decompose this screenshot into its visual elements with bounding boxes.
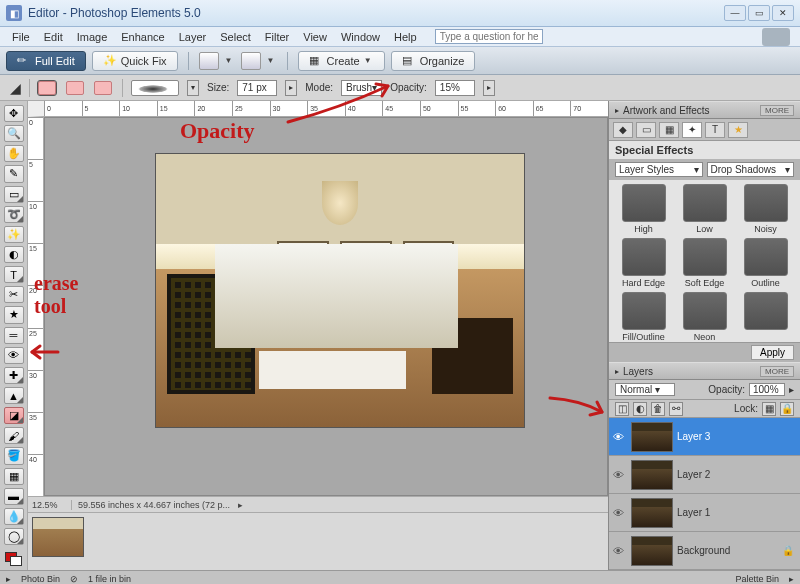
share-icon[interactable] [241, 52, 261, 70]
brush-preview[interactable] [131, 80, 179, 96]
layers-list: 👁Layer 3👁Layer 2👁Layer 1👁Background🔒 [609, 418, 800, 570]
move-tool[interactable]: ✥ [4, 105, 24, 122]
canvas-stage[interactable] [44, 117, 608, 496]
ae-tab-themes[interactable]: ▦ [659, 122, 679, 138]
artwork-effects-header[interactable]: ▸Artwork and Effects MORE [609, 101, 800, 119]
photo-bin-label[interactable]: Photo Bin [21, 574, 60, 584]
eraser-variant-1[interactable] [38, 81, 56, 95]
link-layers-button[interactable]: ⚯ [669, 402, 683, 416]
layers-more-button[interactable]: MORE [760, 366, 794, 377]
tab-quick-fix[interactable]: ✨Quick Fix [92, 51, 178, 71]
apply-button[interactable]: Apply [751, 345, 794, 360]
effect-noisy[interactable]: Noisy [737, 184, 794, 234]
marquee-tool[interactable]: ▭ [4, 186, 24, 203]
zoom-level[interactable]: 12.5% [28, 500, 72, 510]
mode-select[interactable]: Brush▾ [341, 80, 382, 96]
brush-picker-button[interactable]: ▾ [187, 80, 199, 96]
ruler-horizontal: 0510152025303540455055606570 [28, 101, 608, 117]
size-stepper[interactable]: ▸ [285, 80, 297, 96]
eyedropper-tool[interactable]: ✎ [4, 165, 24, 182]
effect-neon[interactable]: Neon [676, 292, 733, 342]
delete-layer-button[interactable]: 🗑 [651, 402, 665, 416]
cookie-cutter-tool[interactable]: ★ [4, 306, 24, 323]
sponge-tool[interactable]: ◯ [4, 528, 24, 545]
layer-row[interactable]: 👁Background🔒 [609, 532, 800, 570]
selection-brush-tool[interactable]: ◐ [4, 246, 24, 263]
gradient-tool[interactable]: ▦ [4, 468, 24, 485]
lasso-tool[interactable]: ➰ [4, 206, 24, 223]
effect-hard-edge[interactable]: Hard Edge [615, 238, 672, 288]
menu-enhance[interactable]: Enhance [115, 29, 170, 45]
paint-bucket-tool[interactable]: 🪣 [4, 447, 24, 464]
color-swatches[interactable] [5, 552, 23, 566]
layers-header[interactable]: ▸Layers MORE [609, 362, 800, 380]
clone-stamp-tool[interactable]: ▲ [4, 387, 24, 404]
layer-opacity-input[interactable]: 100% [749, 383, 785, 396]
layer-row[interactable]: 👁Layer 1 [609, 494, 800, 532]
effect-type-select[interactable]: Drop Shadows▾ [707, 162, 795, 177]
type-tool[interactable]: T [4, 266, 24, 283]
ae-tab-text[interactable]: T [705, 122, 725, 138]
straighten-tool[interactable]: ═ [4, 327, 24, 344]
menu-view[interactable]: View [297, 29, 333, 45]
zoom-tool[interactable]: 🔍 [4, 125, 24, 142]
ae-tab-frames[interactable]: ▭ [636, 122, 656, 138]
menu-file[interactable]: File [6, 29, 36, 45]
menu-image[interactable]: Image [71, 29, 114, 45]
edit-toolbar: ✏Full Edit ✨Quick Fix ▼ ▼ ▦Create▼ ▤Orga… [0, 47, 800, 75]
bin-thumbnail[interactable] [32, 517, 84, 557]
effect-low[interactable]: Low [676, 184, 733, 234]
effect-soft-edge[interactable]: Soft Edge [676, 238, 733, 288]
menu-select[interactable]: Select [214, 29, 257, 45]
palette-bin-label[interactable]: Palette Bin [735, 574, 779, 584]
new-layer-button[interactable]: ◫ [615, 402, 629, 416]
healing-brush-tool[interactable]: ✚ [4, 367, 24, 384]
help-search-input[interactable] [435, 29, 543, 44]
size-input[interactable]: 71 px [237, 80, 277, 96]
layer-row[interactable]: 👁Layer 3 [609, 418, 800, 456]
minimize-button[interactable]: — [724, 5, 746, 21]
hand-tool[interactable]: ✋ [4, 145, 24, 162]
magic-wand-tool[interactable]: ✨ [4, 226, 24, 243]
ae-tab-favorites[interactable]: ★ [728, 122, 748, 138]
brush-tool[interactable]: 🖌 [4, 427, 24, 444]
ae-tab-effects[interactable]: ✦ [682, 122, 702, 138]
blend-mode-select[interactable]: Normal ▾ [615, 383, 675, 396]
window-title: Editor - Photoshop Elements 5.0 [28, 6, 201, 20]
doc-info: 59.556 inches x 44.667 inches (72 p... [72, 500, 236, 510]
tab-full-edit[interactable]: ✏Full Edit [6, 51, 86, 71]
menu-filter[interactable]: Filter [259, 29, 295, 45]
menu-help[interactable]: Help [388, 29, 423, 45]
menu-layer[interactable]: Layer [173, 29, 213, 45]
eraser-tool[interactable]: ◪ [4, 407, 24, 424]
menu-window[interactable]: Window [335, 29, 386, 45]
menu-edit[interactable]: Edit [38, 29, 69, 45]
document-image[interactable] [155, 153, 525, 428]
effect-fill/outline[interactable]: Fill/Outline [615, 292, 672, 342]
opacity-input[interactable]: 15% [435, 80, 475, 96]
close-button[interactable]: ✕ [772, 5, 794, 21]
effect-[interactable] [737, 292, 794, 342]
lock-all-button[interactable]: 🔒 [780, 402, 794, 416]
new-adjustment-button[interactable]: ◐ [633, 402, 647, 416]
artwork-more-button[interactable]: MORE [760, 105, 794, 116]
opacity-stepper[interactable]: ▸ [483, 80, 495, 96]
layer-row[interactable]: 👁Layer 2 [609, 456, 800, 494]
redeye-tool[interactable]: 👁 [4, 347, 24, 364]
maximize-button[interactable]: ▭ [748, 5, 770, 21]
eraser-variant-2[interactable] [66, 81, 84, 95]
ae-tab-shapes[interactable]: ◆ [613, 122, 633, 138]
effect-outline[interactable]: Outline [737, 238, 794, 288]
organize-button[interactable]: ▤Organize [391, 51, 476, 71]
crop-tool[interactable]: ✂ [4, 286, 24, 303]
effect-high[interactable]: High [615, 184, 672, 234]
blur-tool[interactable]: 💧 [4, 508, 24, 525]
eraser-variant-3[interactable] [94, 81, 112, 95]
lock-transparency-button[interactable]: ▦ [762, 402, 776, 416]
camera-icon[interactable] [762, 28, 790, 46]
create-button[interactable]: ▦Create▼ [298, 51, 385, 71]
file-count: 1 file in bin [88, 574, 131, 584]
print-icon[interactable] [199, 52, 219, 70]
shape-tool[interactable]: ▬ [4, 488, 24, 505]
effect-category-select[interactable]: Layer Styles▾ [615, 162, 703, 177]
